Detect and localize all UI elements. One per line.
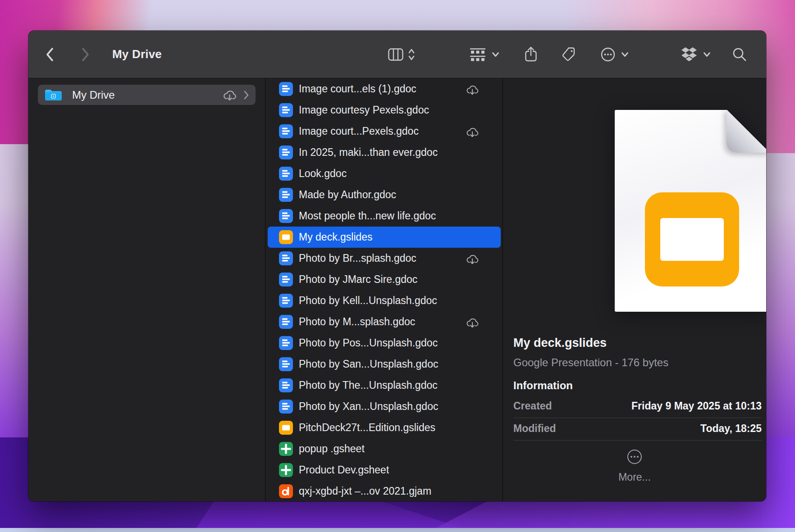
share-button[interactable] (524, 31, 538, 78)
google-docs-icon (279, 124, 293, 138)
created-value: Friday 9 May 2025 at 10:13 (631, 400, 762, 412)
search-icon (732, 47, 747, 62)
sidebar-column: My Drive (28, 78, 265, 501)
forward-button[interactable] (81, 31, 90, 78)
list-item[interactable]: Photo by Kell...Unsplash.gdoc (268, 290, 501, 311)
google-docs-icon (279, 400, 293, 414)
google-docs-icon (279, 378, 293, 392)
chevron-down-icon (703, 52, 711, 57)
list-item[interactable]: Photo by M...splash.gdoc (268, 311, 501, 332)
cloud-download-icon (465, 317, 479, 328)
google-slides-icon (279, 230, 293, 244)
search-button[interactable] (732, 31, 747, 78)
google-docs-icon (279, 251, 293, 265)
cloud-download-icon (465, 253, 479, 264)
tags-button[interactable] (561, 31, 576, 78)
file-name: Most people th...new life.gdoc (299, 210, 436, 222)
list-item[interactable]: PitchDeck27t...Edition.gslides (268, 417, 501, 438)
list-item[interactable]: Most people th...new life.gdoc (268, 205, 501, 227)
google-docs-icon (279, 82, 293, 96)
jamboard-icon (279, 484, 293, 498)
modified-label: Modified (513, 423, 556, 435)
back-button[interactable] (46, 31, 55, 78)
list-item[interactable]: Photo by Br...splash.gdoc (268, 248, 501, 269)
google-sheets-icon (279, 442, 293, 456)
list-item[interactable]: Photo by Xan...Unsplash.gdoc (268, 396, 501, 417)
divider (513, 418, 762, 418)
sidebar-item-my-drive[interactable]: My Drive (38, 85, 256, 105)
file-name: Photo by Pos...Unsplash.gdoc (299, 337, 438, 349)
ellipsis-circle-icon (626, 449, 643, 465)
file-name: Look.gdoc (299, 168, 347, 180)
dropbox-icon (681, 47, 698, 62)
page-fold (726, 110, 766, 153)
view-switcher-button[interactable] (388, 31, 415, 78)
column-view-icon (388, 48, 403, 61)
list-item[interactable]: Product Dev.gsheet (268, 459, 501, 481)
cloud-download-icon (222, 89, 237, 101)
chevron-back-icon (46, 47, 55, 62)
share-icon (524, 46, 538, 63)
preview-file-meta: Google Presentation - 176 bytes (513, 356, 668, 369)
list-item[interactable]: Photo by JMarc Sire.gdoc (268, 269, 501, 290)
file-name: In 2025, maki...than ever.gdoc (299, 146, 438, 159)
list-item[interactable]: qxj-xgbd-jxt –...ov 2021.gjam (268, 481, 501, 501)
google-docs-icon (279, 315, 293, 329)
cloud-download-icon (465, 84, 479, 95)
file-list: Image court...els (1).gdocImage courtesy… (265, 78, 503, 501)
file-name: Photo by San...Unsplash.gdoc (299, 358, 438, 370)
list-item[interactable]: Image courtesy Pexels.gdoc (268, 100, 501, 121)
list-item[interactable]: popup .gsheet (268, 438, 501, 459)
file-name: qxj-xgbd-jxt –...ov 2021.gjam (299, 485, 431, 497)
info-row-created: Created Friday 9 May 2025 at 10:13 (513, 398, 762, 414)
list-item[interactable]: In 2025, maki...than ever.gdoc (268, 142, 501, 163)
list-item[interactable]: My deck.gslides (268, 227, 501, 248)
google-docs-icon (279, 146, 293, 159)
file-name: popup .gsheet (299, 443, 365, 455)
information-heading: Information (513, 379, 573, 392)
list-item[interactable]: Look.gdoc (268, 163, 501, 184)
file-name: Image courtesy Pexels.gdoc (299, 104, 429, 116)
more-label: More... (618, 471, 651, 483)
list-item[interactable]: Photo by Pos...Unsplash.gdoc (268, 332, 501, 354)
preview-pane: My deck.gslides Google Presentation - 17… (503, 78, 766, 501)
list-item[interactable]: Image court...els (1).gdoc (268, 78, 501, 100)
google-docs-icon (279, 294, 293, 308)
google-docs-icon (279, 209, 293, 223)
chevron-down-icon (492, 52, 499, 57)
google-docs-icon (279, 336, 293, 350)
more-button[interactable]: More... (503, 449, 766, 483)
window-title: My Drive (112, 31, 162, 78)
chevron-forward-icon (81, 47, 90, 62)
list-item[interactable]: Photo by San...Unsplash.gdoc (268, 354, 501, 375)
toolbar: My Drive (28, 31, 766, 78)
file-name: Photo by Xan...Unsplash.gdoc (299, 400, 438, 413)
ellipsis-circle-icon (600, 47, 616, 62)
chevron-right-icon (243, 90, 249, 100)
group-by-button[interactable] (469, 31, 499, 78)
file-name: My deck.gslides (299, 231, 373, 243)
google-sheets-icon (279, 463, 293, 477)
dropbox-button[interactable] (681, 31, 711, 78)
google-docs-icon (279, 357, 293, 371)
list-item[interactable]: Made by Author.gdoc (268, 184, 501, 205)
list-item[interactable]: Photo by The...Unsplash.gdoc (268, 375, 501, 396)
cloud-download-icon (465, 126, 479, 137)
file-name: PitchDeck27t...Edition.gslides (299, 422, 435, 434)
file-name: Photo by The...Unsplash.gdoc (299, 379, 438, 391)
file-name: Photo by JMarc Sire.gdoc (299, 273, 417, 286)
more-options-button[interactable] (600, 31, 629, 78)
file-name: Made by Author.gdoc (299, 189, 396, 201)
preview-file-name: My deck.gslides (513, 336, 607, 350)
chevron-down-icon (621, 52, 629, 57)
google-docs-icon (279, 273, 293, 286)
file-name: Photo by Kell...Unsplash.gdoc (299, 295, 437, 307)
wallpaper-bottom-strip (0, 528, 795, 532)
file-name: Photo by Br...splash.gdoc (299, 252, 416, 264)
blue-folder-icon (44, 88, 62, 102)
list-item[interactable]: Image court...Pexels.gdoc (268, 121, 501, 142)
created-label: Created (513, 400, 552, 412)
file-name: Photo by M...splash.gdoc (299, 316, 415, 328)
sidebar-item-label: My Drive (72, 89, 115, 101)
tag-icon (561, 47, 576, 62)
